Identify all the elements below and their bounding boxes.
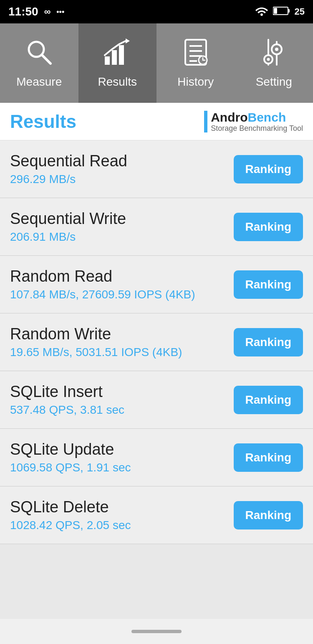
result-name-sequential-read: Sequential Read (10, 152, 234, 170)
ranking-btn-sqlite-insert[interactable]: Ranking (234, 386, 303, 414)
svg-rect-5 (105, 56, 110, 65)
result-info-sequential-write: Sequential Write 206.91 MB/s (10, 210, 234, 244)
ranking-btn-sequential-write[interactable]: Ranking (234, 213, 303, 241)
results-header: Results AndroBench Storage Benchmarking … (0, 103, 313, 140)
more-icon: ••• (56, 8, 64, 16)
brand-text: AndroBench (211, 110, 303, 124)
battery-icon (273, 5, 290, 18)
result-value-sqlite-update: 1069.58 QPS, 1.91 sec (10, 461, 234, 474)
svg-rect-6 (112, 50, 117, 65)
ranking-btn-random-read[interactable]: Ranking (234, 270, 303, 299)
result-sequential-write: Sequential Write 206.91 MB/s Ranking (0, 198, 313, 256)
svg-point-18 (275, 48, 278, 51)
result-value-sqlite-delete: 1028.42 QPS, 2.05 sec (10, 519, 234, 532)
result-info-sqlite-delete: SQLite Delete 1028.42 QPS, 2.05 sec (10, 498, 234, 532)
tab-measure-label: Measure (16, 75, 62, 89)
svg-rect-2 (274, 8, 277, 14)
result-name-sqlite-insert: SQLite Insert (10, 383, 234, 401)
result-info-sequential-read: Sequential Read 296.29 MB/s (10, 152, 234, 186)
ranking-btn-sqlite-update[interactable]: Ranking (234, 443, 303, 472)
result-sqlite-update: SQLite Update 1069.58 QPS, 1.91 sec Rank… (0, 429, 313, 486)
nav-tabs: Measure Results (0, 23, 313, 103)
result-value-random-write: 19.65 MB/s, 5031.51 IOPS (4KB) (10, 346, 234, 359)
history-icon (181, 38, 210, 71)
page-title: Results (10, 111, 76, 132)
results-icon (103, 38, 132, 71)
svg-point-20 (267, 58, 270, 61)
brand-andro: Andro (211, 110, 247, 124)
tab-setting-label: Setting (256, 75, 292, 89)
infinity-icon: ∞ (44, 6, 51, 17)
result-info-sqlite-insert: SQLite Insert 537.48 QPS, 3.81 sec (10, 383, 234, 417)
svg-marker-8 (126, 38, 130, 43)
result-info-sqlite-update: SQLite Update 1069.58 QPS, 1.91 sec (10, 440, 234, 474)
result-name-random-read: Random Read (10, 267, 234, 285)
wifi-icon (255, 5, 268, 19)
tab-history-label: History (177, 75, 214, 89)
brand-name: AndroBench Storage Benchmarking Tool (211, 110, 303, 133)
result-name-sqlite-delete: SQLite Delete (10, 498, 234, 516)
result-value-sequential-write: 206.91 MB/s (10, 230, 234, 244)
status-left: 11:50 ∞ ••• (8, 5, 64, 18)
measure-icon (25, 38, 54, 71)
tab-history[interactable]: History (156, 23, 235, 103)
result-random-write: Random Write 19.65 MB/s, 5031.51 IOPS (4… (0, 313, 313, 371)
results-list: Sequential Read 296.29 MB/s Ranking Sequ… (0, 140, 313, 544)
bottom-spacer (0, 544, 313, 578)
bottom-bar (0, 619, 313, 644)
time-display: 11:50 (8, 5, 38, 18)
result-sequential-read: Sequential Read 296.29 MB/s Ranking (0, 140, 313, 198)
brand-sub: Storage Benchmarking Tool (211, 124, 303, 133)
ranking-btn-random-write[interactable]: Ranking (234, 328, 303, 356)
svg-rect-7 (119, 45, 124, 65)
result-name-sequential-write: Sequential Write (10, 210, 234, 228)
battery-level: 25 (295, 6, 305, 17)
result-value-sequential-read: 296.29 MB/s (10, 173, 234, 186)
result-sqlite-delete: SQLite Delete 1028.42 QPS, 2.05 sec Rank… (0, 486, 313, 544)
result-info-random-write: Random Write 19.65 MB/s, 5031.51 IOPS (4… (10, 325, 234, 359)
brand-bench: Bench (248, 110, 286, 124)
tab-setting[interactable]: Setting (235, 23, 313, 103)
brand-logo: AndroBench Storage Benchmarking Tool (204, 110, 303, 133)
ranking-btn-sequential-read[interactable]: Ranking (234, 155, 303, 183)
tab-results-label: Results (98, 75, 137, 89)
result-value-random-read: 107.84 MB/s, 27609.59 IOPS (4KB) (10, 288, 234, 301)
status-bar: 11:50 ∞ ••• 25 (0, 0, 313, 23)
svg-line-4 (42, 55, 50, 64)
result-info-random-read: Random Read 107.84 MB/s, 27609.59 IOPS (… (10, 267, 234, 301)
result-random-read: Random Read 107.84 MB/s, 27609.59 IOPS (… (0, 256, 313, 313)
tab-measure[interactable]: Measure (0, 23, 78, 103)
bottom-indicator (131, 630, 182, 633)
ranking-btn-sqlite-delete[interactable]: Ranking (234, 501, 303, 529)
svg-rect-1 (288, 9, 290, 13)
result-value-sqlite-insert: 537.48 QPS, 3.81 sec (10, 403, 234, 417)
setting-icon (259, 38, 288, 71)
result-name-sqlite-update: SQLite Update (10, 440, 234, 458)
brand-bar (204, 111, 207, 132)
result-sqlite-insert: SQLite Insert 537.48 QPS, 3.81 sec Ranki… (0, 371, 313, 429)
result-name-random-write: Random Write (10, 325, 234, 343)
status-right: 25 (255, 5, 305, 19)
tab-results[interactable]: Results (78, 23, 157, 103)
